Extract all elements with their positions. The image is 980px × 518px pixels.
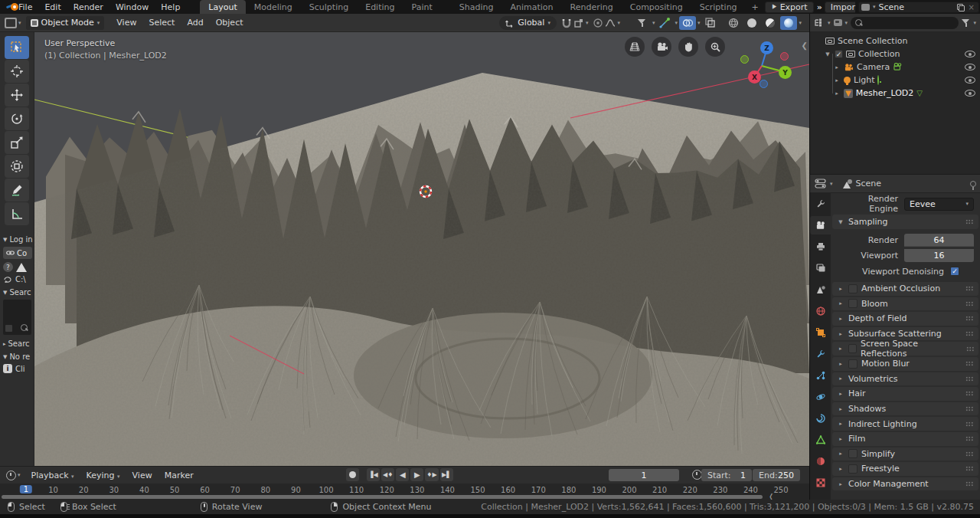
gizmo-axis-z[interactable]: Z: [760, 41, 773, 54]
section-freestyle[interactable]: ▸ Freestyle: [832, 462, 978, 476]
viewport-3d[interactable]: User Perspective (1) Collection | Mesher…: [0, 32, 809, 466]
properties-tab-object[interactable]: [810, 323, 831, 342]
current-frame-field[interactable]: 1: [609, 469, 679, 481]
section-simplify[interactable]: ▸ Simplify: [832, 448, 978, 461]
tab-shading[interactable]: Shading: [451, 0, 502, 14]
panel-results-header[interactable]: ▼No re: [0, 349, 34, 362]
connect-button[interactable]: Co: [3, 247, 32, 259]
frame-end-field[interactable]: End: 250: [753, 469, 800, 481]
snap-magnet-icon[interactable]: [561, 18, 572, 28]
sidebar-collapse-arrow[interactable]: ❮: [802, 41, 808, 50]
scene-browse-icon[interactable]: [861, 4, 870, 11]
proportional-editing-icon[interactable]: [593, 18, 603, 28]
section-film[interactable]: ▸ Film: [832, 432, 978, 446]
panel-search-header[interactable]: ▼Searc: [0, 285, 34, 298]
frame-start-field[interactable]: Start: 1: [701, 469, 752, 481]
outliner-item-label[interactable]: Collection: [858, 49, 900, 59]
jump-to-start-button[interactable]: ▐◀: [367, 468, 380, 481]
clip-row[interactable]: i Cli: [0, 362, 34, 375]
zoom-view-button[interactable]: [705, 37, 725, 57]
section-checkbox[interactable]: [848, 284, 858, 293]
camera-view-button[interactable]: [652, 37, 671, 57]
samples-viewport-field[interactable]: 16: [904, 249, 974, 262]
show-gizmo-button[interactable]: [656, 16, 673, 30]
shading-wireframe-button[interactable]: [725, 16, 742, 30]
outliner-item-label[interactable]: Camera: [857, 62, 890, 72]
record-button[interactable]: [346, 468, 359, 481]
denoising-checkbox[interactable]: ✓: [950, 267, 959, 276]
search-thumbnail[interactable]: [3, 300, 31, 335]
properties-editor-icon[interactable]: [815, 179, 826, 189]
next-keyframe-button[interactable]: ♦▶: [425, 468, 438, 481]
section-sampling[interactable]: ▼ Sampling: [832, 215, 978, 229]
section-hair[interactable]: ▸ Hair: [832, 387, 978, 401]
properties-tab-tool[interactable]: [810, 195, 831, 213]
section-screen-space-reflections[interactable]: ▸ Screen Space Reflections: [832, 342, 978, 356]
gizmo-axis-y[interactable]: Y: [779, 66, 792, 79]
timeline-menu-marker[interactable]: Marker: [158, 468, 200, 483]
falloff-curve-icon[interactable]: [605, 18, 616, 28]
properties-tab-output[interactable]: [810, 238, 831, 256]
hide-eye-icon[interactable]: [965, 51, 975, 57]
timeline-scrollbar[interactable]: [2, 495, 763, 499]
timeline-editor-icon[interactable]: [6, 470, 16, 480]
properties-tab-object-data[interactable]: [810, 431, 831, 449]
hide-eye-icon[interactable]: [965, 90, 975, 97]
shading-material-button[interactable]: [762, 16, 779, 30]
tab-rendering[interactable]: Rendering: [562, 0, 622, 14]
scene-name[interactable]: Scene: [878, 2, 915, 12]
pin-icon[interactable]: [970, 181, 976, 187]
menu-help[interactable]: Help: [155, 1, 186, 14]
mode-dropdown[interactable]: Object Mode ▾: [26, 16, 105, 30]
terrain-render[interactable]: [34, 32, 809, 466]
properties-tab-particles[interactable]: [810, 366, 831, 385]
prev-keyframe-button[interactable]: ◀♦: [381, 468, 394, 481]
tool-transform-button[interactable]: [5, 155, 29, 178]
import-button[interactable]: Impor: [825, 2, 855, 13]
section-checkbox[interactable]: [848, 359, 858, 369]
properties-tab-material[interactable]: [810, 452, 831, 470]
gizmo-axis-x-neg[interactable]: [780, 52, 789, 61]
viewport-menu-object[interactable]: Object: [210, 15, 250, 30]
toggle-xray-button[interactable]: [701, 16, 718, 30]
expander-icon[interactable]: ▸: [833, 90, 841, 97]
object-type-visibility-button[interactable]: [634, 16, 651, 30]
warning-icon[interactable]: [16, 263, 27, 272]
viewport-menu-add[interactable]: Add: [181, 15, 209, 30]
properties-tab-view-layer[interactable]: [810, 259, 831, 277]
editor-type-icon[interactable]: [5, 18, 17, 28]
outliner-row[interactable]: ▸ ✓ Camera: [810, 61, 980, 74]
timeline-menu-playback[interactable]: Playback ▾: [25, 468, 80, 483]
prev-frame-button[interactable]: ◀: [396, 468, 409, 481]
section-checkbox[interactable]: [848, 449, 858, 458]
section-checkbox[interactable]: [848, 299, 858, 308]
hide-eye-icon[interactable]: [965, 64, 975, 70]
tab-texture-paint[interactable]: Texture Paint: [403, 0, 451, 14]
transform-orientation-dropdown[interactable]: Global ▾: [499, 16, 557, 30]
viewport-menu-view[interactable]: View: [110, 15, 142, 30]
tool-rotate-button[interactable]: [5, 107, 29, 130]
properties-tab-physics[interactable]: [810, 388, 831, 406]
pan-view-button[interactable]: [678, 37, 698, 57]
scene-selector[interactable]: ▾ Scene ×: [858, 2, 979, 13]
tool-measure-button[interactable]: [5, 202, 29, 225]
gizmo-axis-y-neg[interactable]: [740, 55, 749, 64]
gizmo-axis-z-neg[interactable]: [760, 80, 768, 88]
timeline-menu-view[interactable]: View: [126, 468, 158, 483]
show-overlays-button[interactable]: [679, 16, 696, 30]
section-bloom[interactable]: ▸ Bloom: [832, 297, 978, 311]
toggle-perspective-button[interactable]: [625, 37, 645, 57]
tool-select-box-button[interactable]: [5, 36, 29, 59]
tool-move-button[interactable]: [5, 84, 29, 107]
timeline-menu-keying[interactable]: Keying ▾: [80, 468, 126, 483]
tool-cursor-button[interactable]: [5, 60, 29, 83]
properties-tab-world[interactable]: [810, 302, 831, 320]
tab-modeling[interactable]: Modeling: [246, 0, 301, 14]
menu-edit[interactable]: Edit: [38, 1, 67, 14]
panel-login-header[interactable]: ▼Log in: [0, 232, 34, 245]
play-button[interactable]: ▶: [410, 468, 423, 481]
outliner-item-label[interactable]: Light: [854, 75, 874, 85]
properties-tab-scene[interactable]: [810, 280, 831, 299]
tab-layout[interactable]: Layout: [200, 0, 245, 14]
display-mode-icon[interactable]: [834, 19, 842, 26]
